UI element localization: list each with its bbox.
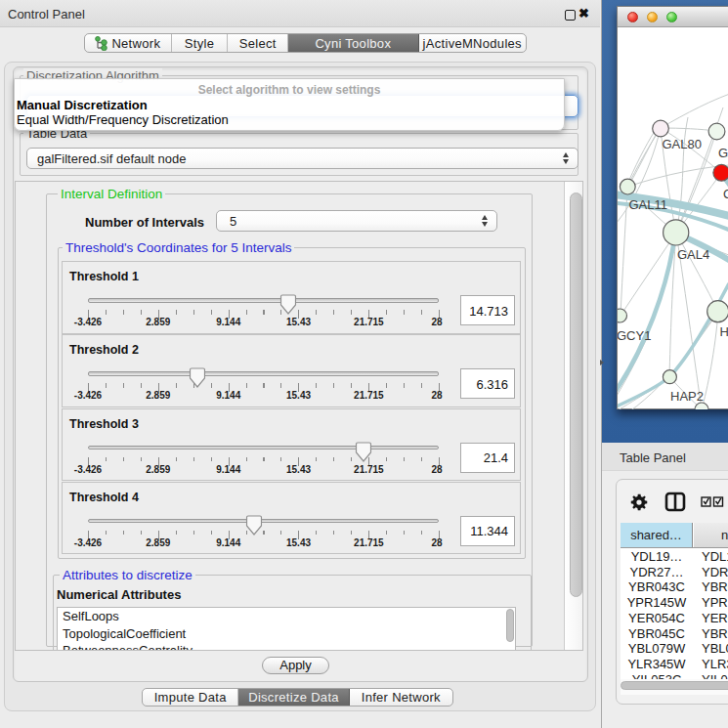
svg-text:GAL11: GAL11 (629, 197, 668, 212)
svg-text:GCY1: GCY1 (618, 328, 651, 343)
svg-text:GAL80: GAL80 (663, 137, 702, 151)
svg-text:CY: CY (723, 187, 728, 201)
svg-text:GA: GA (718, 146, 728, 160)
svg-text:HI: HI (720, 324, 728, 339)
svg-text:HAP2: HAP2 (670, 389, 704, 404)
svg-text:GAL4: GAL4 (677, 247, 709, 262)
